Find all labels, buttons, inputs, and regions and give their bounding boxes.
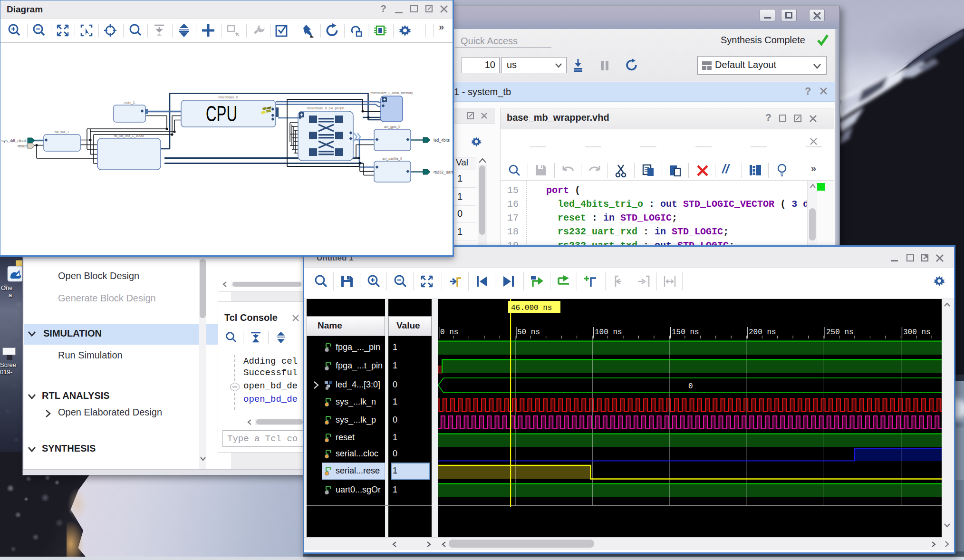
svg-text:300 ns: 300 ns	[903, 328, 931, 337]
svg-text:0: 0	[688, 382, 693, 391]
svg-text:microblaze_0: microblaze_0	[218, 96, 238, 99]
svg-text:mdm_1: mdm_1	[124, 101, 135, 105]
svg-text:clk_wiz_1: clk_wiz_1	[55, 130, 69, 134]
svg-text:microblaze_0_local_memory: microblaze_0_local_memory	[370, 91, 413, 95]
svg-text:CPU: CPU	[206, 101, 237, 126]
svg-text:46.000 ns: 46.000 ns	[511, 304, 552, 312]
svg-text:reset: reset	[18, 144, 27, 148]
svg-text:sys_diff_clock: sys_diff_clock	[1, 138, 27, 143]
svg-text:50 ns: 50 ns	[517, 328, 540, 337]
svg-text:200 ns: 200 ns	[749, 328, 776, 337]
svg-text:0 ns: 0 ns	[440, 328, 458, 337]
svg-text:microblaze_0_axi_periph: microblaze_0_axi_periph	[307, 106, 344, 110]
svg-text:100 ns: 100 ns	[595, 328, 622, 337]
svg-text:250 ns: 250 ns	[826, 328, 854, 337]
svg-text:rst_clk_wiz_1_100M: rst_clk_wiz_1_100M	[114, 134, 144, 138]
svg-text:axi_gpio_0: axi_gpio_0	[384, 125, 400, 129]
svg-text:rs232_uart: rs232_uart	[434, 170, 453, 174]
svg-text:axi_uartlite_0: axi_uartlite_0	[382, 157, 402, 161]
svg-text:150 ns: 150 ns	[672, 328, 699, 337]
svg-text:led_4bits: led_4bits	[434, 138, 450, 143]
